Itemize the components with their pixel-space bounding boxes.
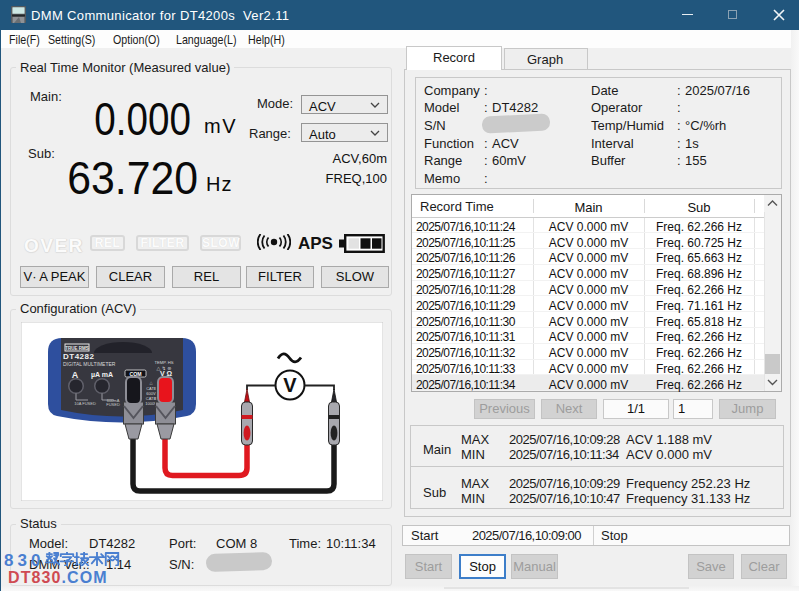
svg-text:µA mA: µA mA [91, 371, 113, 379]
svg-text:V Ω: V Ω [160, 370, 173, 377]
svg-text:TRUE RMS: TRUE RMS [65, 346, 89, 351]
svg-text:DIGITAL MULTIMETER: DIGITAL MULTIMETER [63, 361, 116, 367]
svg-text:600V: 600V [146, 391, 156, 396]
svg-text:10A FUSED: 10A FUSED [74, 401, 96, 406]
svg-text:DT4282: DT4282 [63, 352, 95, 361]
svg-text:FUSED: FUSED [106, 402, 120, 407]
svg-text:V: V [283, 374, 297, 396]
svg-text:COM: COM [129, 371, 141, 377]
